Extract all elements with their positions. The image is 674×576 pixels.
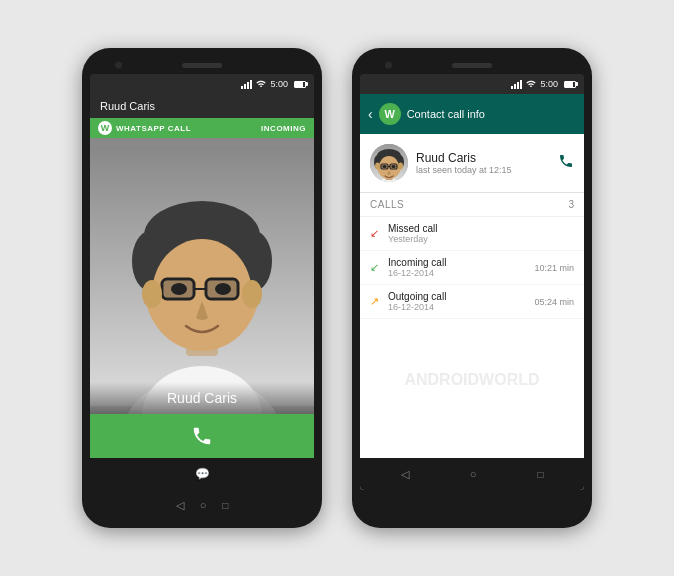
signal-icon — [241, 80, 252, 89]
svg-point-18 — [242, 280, 262, 308]
contact-name: Ruud Caris — [416, 151, 550, 165]
contact-card: Ruud Caris last seen today at 12:15 — [360, 134, 584, 193]
svg-point-33 — [383, 165, 387, 168]
wa-circle-icon: W — [379, 103, 401, 125]
phone-1-top-bar — [90, 56, 314, 74]
battery-icon-2 — [564, 81, 576, 88]
info-header: ‹ W Contact call info — [360, 94, 584, 134]
incoming-call-type: Incoming call — [388, 257, 528, 268]
svg-point-36 — [398, 163, 403, 170]
svg-point-35 — [375, 163, 380, 170]
status-time-1: 5:00 — [270, 79, 288, 89]
call-button[interactable] — [558, 153, 574, 173]
outgoing-call-duration: 05:24 min — [534, 297, 574, 307]
back-nav-1[interactable]: ◁ — [176, 499, 184, 512]
call-item-missed[interactable]: ↙ Missed call Yesterday — [360, 217, 584, 251]
nav-buttons-1: ◁ ○ □ — [176, 499, 229, 512]
caller-photo-svg — [90, 138, 314, 414]
outgoing-call-date: 16-12-2014 — [388, 302, 528, 312]
phone-1-bottom: ◁ ○ □ — [90, 490, 314, 520]
missed-call-date: Yesterday — [388, 234, 568, 244]
home-nav-1[interactable]: ○ — [200, 499, 207, 511]
missed-call-type: Missed call — [388, 223, 568, 234]
phone-2-bottom — [360, 490, 584, 520]
recents-nav-1[interactable]: □ — [222, 500, 228, 511]
call-item-outgoing[interactable]: ↗ Outgoing call 16-12-2014 05:24 min — [360, 285, 584, 319]
svg-point-15 — [171, 283, 187, 295]
svg-point-16 — [215, 283, 231, 295]
wifi-icon — [256, 79, 266, 89]
caller-photo: Ruud Caris — [90, 138, 314, 414]
call-screen: Ruud Caris W WHATSAPP CALL INCOMING — [90, 94, 314, 490]
answer-bar[interactable] — [90, 414, 314, 458]
nav-bar-2: ◁ ○ □ — [360, 458, 584, 490]
incoming-call-info: Incoming call 16-12-2014 — [388, 257, 528, 278]
signal-icon-2 — [511, 80, 522, 89]
missed-call-info: Missed call Yesterday — [388, 223, 568, 244]
avatar-svg — [370, 144, 408, 182]
svg-point-17 — [142, 280, 162, 308]
phone-1-camera — [115, 62, 122, 69]
contact-details: Ruud Caris last seen today at 12:15 — [416, 151, 550, 175]
nav-bar-1: 💬 — [90, 458, 314, 490]
status-bar-2: 5:00 — [360, 74, 584, 94]
outgoing-call-arrow-icon: ↗ — [370, 295, 382, 308]
battery-fill-1 — [295, 82, 303, 87]
phone-1: 5:00 Ruud Caris W WHATSAPP CALL INCOMING — [82, 48, 322, 528]
whatsapp-banner-left: W WHATSAPP CALL — [98, 121, 191, 135]
whatsapp-icon: W — [98, 121, 112, 135]
incoming-call-date: 16-12-2014 — [388, 268, 528, 278]
info-screen: ‹ W Contact call info — [360, 94, 584, 490]
phone-2-speaker — [452, 63, 492, 68]
outgoing-call-type: Outgoing call — [388, 291, 528, 302]
phone-2-camera — [385, 62, 392, 69]
wifi-icon-2 — [526, 79, 536, 89]
watermark: ANDROIDWORLD — [404, 371, 539, 389]
calls-count: 3 — [568, 199, 574, 210]
incoming-label: INCOMING — [261, 124, 306, 133]
phone-1-screen: 5:00 Ruud Caris W WHATSAPP CALL INCOMING — [90, 74, 314, 490]
watermark-area: ANDROIDWORLD — [360, 319, 584, 399]
caller-name-overlay: Ruud Caris — [90, 382, 314, 414]
phone-2: 5:00 ‹ W Contact call info — [352, 48, 592, 528]
battery-fill-2 — [565, 82, 573, 87]
nav-message-icon[interactable]: 💬 — [195, 467, 210, 481]
incoming-call-arrow-icon: ↙ — [370, 261, 382, 274]
answer-phone-icon — [191, 425, 213, 447]
back-arrow-icon[interactable]: ‹ — [368, 106, 373, 122]
calls-header: Calls 3 — [360, 193, 584, 217]
call-header-name: Ruud Caris — [100, 100, 155, 112]
phone-2-screen: 5:00 ‹ W Contact call info — [360, 74, 584, 490]
call-button-icon — [558, 153, 574, 169]
contact-status: last seen today at 12:15 — [416, 165, 550, 175]
whatsapp-banner: W WHATSAPP CALL INCOMING — [90, 118, 314, 138]
outgoing-call-info: Outgoing call 16-12-2014 — [388, 291, 528, 312]
recents-nav-2[interactable]: □ — [537, 469, 543, 480]
status-bar-1: 5:00 — [90, 74, 314, 94]
back-nav-2[interactable]: ◁ — [401, 468, 409, 481]
calls-label: Calls — [370, 199, 404, 210]
status-time-2: 5:00 — [540, 79, 558, 89]
incoming-call-duration: 10:21 min — [534, 263, 574, 273]
caller-display-name: Ruud Caris — [98, 390, 306, 406]
svg-point-34 — [392, 165, 396, 168]
calls-section: Calls 3 ↙ Missed call Yesterday ↙ — [360, 193, 584, 458]
contact-avatar — [370, 144, 408, 182]
phone-1-speaker — [182, 63, 222, 68]
battery-icon-1 — [294, 81, 306, 88]
call-header: Ruud Caris — [90, 94, 314, 118]
phone-2-top-bar — [360, 56, 584, 74]
call-item-incoming[interactable]: ↙ Incoming call 16-12-2014 10:21 min — [360, 251, 584, 285]
whatsapp-label: WHATSAPP CALL — [116, 124, 191, 133]
home-nav-2[interactable]: ○ — [470, 468, 477, 480]
missed-call-arrow-icon: ↙ — [370, 227, 382, 240]
info-header-title: Contact call info — [407, 108, 485, 120]
